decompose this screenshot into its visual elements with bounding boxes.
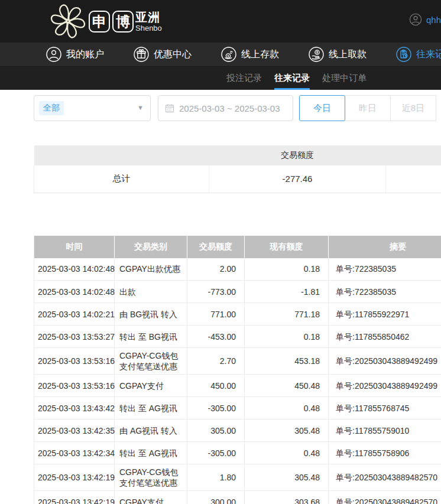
cell-summary: 单号:117855758906 bbox=[329, 442, 441, 464]
cell-amount: 305.00 bbox=[187, 420, 245, 442]
cell-amount: 1.80 bbox=[187, 464, 245, 491]
table-row: 2025-03-03 14:02:48CGPAY出款优惠2.000.18单号:7… bbox=[34, 258, 441, 281]
logo-char-shen: 申 bbox=[89, 11, 110, 32]
cell-type: 出款 bbox=[115, 281, 187, 303]
cell-balance: 0.18 bbox=[245, 326, 329, 348]
nav-item-label: 优惠中心 bbox=[154, 48, 192, 61]
table-row: 2025-03-03 13:42:19CGPAY-CG钱包支付笔笔送优惠1.80… bbox=[34, 464, 441, 491]
table-row: 2025-03-03 14:02:21由 BG视讯 转入771.00771.18… bbox=[34, 303, 441, 326]
tab-label: 处理中订单 bbox=[322, 73, 367, 84]
records-icon bbox=[396, 47, 411, 62]
table-row: 2025-03-03 13:53:16CGPAY支付450.00450.48单号… bbox=[34, 375, 441, 397]
table-row: 2025-03-03 13:42:34转出 至 AG视讯-305.000.48单… bbox=[34, 442, 441, 464]
quick-date-buttons: 今日 昨日 近8日 bbox=[299, 95, 436, 121]
logo-subtitle-block: 亚洲 Shenbo bbox=[135, 11, 162, 32]
sub-nav: 投注记录 往来记录 处理中订单 bbox=[0, 66, 441, 90]
cell-amount: -305.00 bbox=[187, 397, 245, 420]
cell-amount: -453.00 bbox=[187, 326, 245, 348]
summary-amount-header: 交易额度 bbox=[209, 145, 386, 165]
cell-summary: 单号:202503043889482570 bbox=[329, 491, 441, 504]
cell-amount: 2.70 bbox=[187, 348, 245, 375]
table-row: 2025-03-03 13:53:16CGPAY-CG钱包支付笔笔送优惠2.70… bbox=[34, 348, 441, 375]
cell-time: 2025-03-03 13:42:35 bbox=[34, 420, 115, 442]
tab-label: 投注记录 bbox=[226, 73, 262, 84]
site-header: 申 博 亚洲 Shenbo qhh bbox=[0, 0, 441, 43]
cell-time: 2025-03-03 14:02:21 bbox=[34, 303, 115, 326]
nav-item-label: 线上存款 bbox=[241, 48, 279, 61]
cell-time: 2025-03-03 13:53:16 bbox=[34, 348, 115, 375]
user-area[interactable]: qhh bbox=[409, 13, 441, 26]
last-8-days-button[interactable]: 近8日 bbox=[390, 95, 436, 121]
summary-header-row: 交易额度 bbox=[34, 145, 441, 165]
cell-time: 2025-03-03 13:42:34 bbox=[34, 442, 115, 464]
cell-time: 2025-03-03 13:53:27 bbox=[34, 326, 115, 348]
cell-type: 由 BG视讯 转入 bbox=[115, 303, 187, 326]
records-table-body: 2025-03-03 14:02:48CGPAY出款优惠2.000.18单号:7… bbox=[34, 258, 441, 504]
nav-item-label: 往来记录 bbox=[416, 48, 441, 61]
date-range-value: 2025-03-03 ~ 2025-03-03 bbox=[179, 103, 280, 113]
cell-balance: 305.48 bbox=[245, 420, 329, 442]
nav-item-deposit[interactable]: 线上存款 bbox=[221, 47, 279, 62]
logo-region-text: 亚洲 bbox=[135, 11, 162, 23]
type-filter-select[interactable]: 全部 ▼ bbox=[34, 95, 151, 121]
yesterday-button[interactable]: 昨日 bbox=[345, 95, 391, 121]
table-row: 2025-03-03 13:53:27转出 至 BG视讯-453.000.18单… bbox=[34, 326, 441, 348]
summary-total-value: -277.46 bbox=[209, 165, 386, 193]
nav-item-withdraw[interactable]: 线上取款 bbox=[309, 47, 367, 62]
cell-type: CGPAY-CG钱包支付笔笔送优惠 bbox=[115, 348, 187, 375]
records-header-row: 时间 交易类别 交易额度 现有额度 摘要 bbox=[34, 236, 441, 258]
type-filter-value: 全部 bbox=[39, 101, 64, 115]
records-table: 时间 交易类别 交易额度 现有额度 摘要 2025-03-03 14:02:48… bbox=[34, 236, 441, 504]
col-header-time: 时间 bbox=[34, 236, 115, 258]
col-header-balance: 现有额度 bbox=[245, 236, 329, 258]
nav-item-promotions[interactable]: 优惠中心 bbox=[134, 47, 192, 62]
logo-subtitle-text: Shenbo bbox=[135, 24, 162, 32]
date-range-input[interactable]: 2025-03-03 ~ 2025-03-03 bbox=[158, 95, 293, 121]
nav-item-records[interactable]: 往来记录 bbox=[396, 47, 441, 62]
summary-total-label: 总计 bbox=[34, 165, 209, 193]
cell-time: 2025-03-03 14:02:48 bbox=[34, 258, 115, 281]
tab-processing-orders[interactable]: 处理中订单 bbox=[322, 67, 367, 90]
cell-balance: 305.48 bbox=[245, 464, 329, 491]
nav-item-my-account[interactable]: 我的账户 bbox=[46, 47, 104, 62]
cell-amount: 300.00 bbox=[187, 491, 245, 504]
table-row: 2025-03-03 13:42:35由 AG视讯 转入305.00305.48… bbox=[34, 420, 441, 442]
summary-header-empty bbox=[34, 145, 209, 165]
site-logo[interactable]: 申 博 亚洲 Shenbo bbox=[50, 3, 162, 40]
cell-balance: 771.18 bbox=[245, 303, 329, 326]
deposit-icon bbox=[221, 47, 236, 62]
nav-item-label: 线上取款 bbox=[329, 48, 367, 61]
flower-logo-icon bbox=[50, 3, 86, 40]
cell-time: 2025-03-03 13:43:42 bbox=[34, 397, 115, 420]
cell-balance: 0.48 bbox=[245, 397, 329, 420]
cell-amount: -305.00 bbox=[187, 442, 245, 464]
user-icon bbox=[46, 47, 61, 62]
cell-time: 2025-03-03 13:53:16 bbox=[34, 375, 115, 397]
cell-summary: 单号:117855922971 bbox=[329, 303, 441, 326]
col-header-amount: 交易额度 bbox=[187, 236, 245, 258]
cell-amount: -773.00 bbox=[187, 281, 245, 303]
cell-type: 转出 至 AG视讯 bbox=[115, 442, 187, 464]
summary-header-empty bbox=[386, 145, 441, 165]
cell-balance: 0.18 bbox=[245, 258, 329, 281]
withdraw-icon bbox=[309, 47, 324, 62]
logo-char-bo: 博 bbox=[112, 11, 134, 32]
tab-bet-records[interactable]: 投注记录 bbox=[226, 67, 262, 90]
cell-type: CGPAY出款优惠 bbox=[115, 258, 187, 281]
summary-total-row: 总计 -277.46 bbox=[34, 165, 441, 193]
cell-balance: 303.68 bbox=[245, 491, 329, 504]
cell-type: 转出 至 AG视讯 bbox=[115, 397, 187, 420]
nav-item-label: 我的账户 bbox=[66, 48, 104, 61]
cell-summary: 单号:117855850462 bbox=[329, 326, 441, 348]
cell-type: CGPAY支付 bbox=[115, 491, 187, 504]
filter-bar: 全部 ▼ 2025-03-03 ~ 2025-03-03 今日 昨日 近8日 bbox=[0, 90, 441, 126]
page: 申 博 亚洲 Shenbo qhh 我的账户 bbox=[0, 0, 441, 504]
tab-label: 往来记录 bbox=[274, 73, 310, 84]
cell-time: 2025-03-03 14:02:48 bbox=[34, 281, 115, 303]
today-button[interactable]: 今日 bbox=[299, 95, 345, 121]
tab-transaction-records[interactable]: 往来记录 bbox=[274, 67, 310, 90]
cell-time: 2025-03-03 13:42:19 bbox=[34, 491, 115, 504]
cell-balance: 450.48 bbox=[245, 375, 329, 397]
col-header-type: 交易类别 bbox=[115, 236, 187, 258]
gift-icon bbox=[134, 47, 149, 62]
